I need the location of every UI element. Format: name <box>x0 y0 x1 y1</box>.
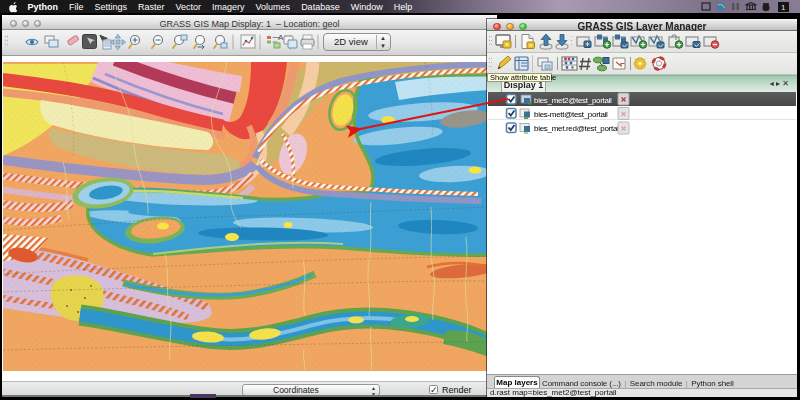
svg-text:bies-mett@test_portail: bies-mett@test_portail <box>534 110 608 119</box>
svg-text:1: 1 <box>781 3 786 12</box>
svg-text:bies_met.red@test_portail: bies_met.red@test_portail <box>534 124 621 133</box>
svg-text:A: A <box>278 33 284 42</box>
svg-text:bies_met2@test_portail: bies_met2@test_portail <box>534 96 612 105</box>
